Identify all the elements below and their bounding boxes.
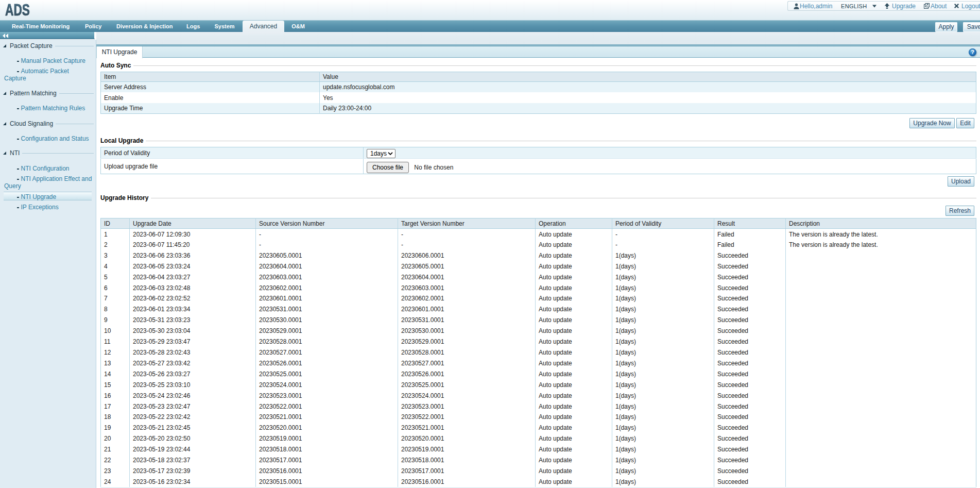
choose-file-button[interactable]: Choose file	[367, 162, 409, 173]
sidebar-item-label: Configuration and Status	[21, 135, 89, 142]
table-row: 42023-06-05 23:03:2420230604.00012023060…	[101, 261, 976, 272]
table-cell: 20230519.0001	[256, 433, 398, 444]
sidebar-item-nti-application-effect-and-query[interactable]: NTI Application Effect and Query	[0, 175, 94, 190]
nav-advanced[interactable]: Advanced	[243, 21, 284, 32]
table-cell	[786, 401, 976, 412]
table-cell	[786, 423, 976, 433]
table-row: 82023-06-01 23:03:3420230531.00012023060…	[101, 304, 976, 315]
table-cell: 20230517.0001	[398, 465, 536, 476]
auto-sync-row: Server Addressupdate.nsfocusglobal.com	[101, 82, 976, 93]
table-cell: Succeeded	[714, 272, 786, 282]
table-cell: 11	[101, 336, 130, 347]
upload-button[interactable]: Upload	[948, 176, 974, 187]
table-cell: 5	[101, 272, 130, 282]
table-row: 192023-05-21 23:02:4520230520.0001202305…	[101, 423, 976, 433]
table-cell: 20	[101, 433, 130, 444]
upgrade-now-button[interactable]: Upgrade Now	[909, 118, 955, 128]
upgrade-link[interactable]: Upgrade	[884, 2, 916, 10]
table-cell: Succeeded	[714, 390, 786, 401]
table-cell: 20230605.0001	[256, 250, 398, 261]
table-row: 182023-05-22 23:02:4220230521.0001202305…	[101, 412, 976, 423]
table-cell	[786, 476, 976, 487]
table-cell: Auto update	[536, 368, 612, 379]
sidebar-group-label: Packet Capture	[10, 42, 53, 49]
table-cell: Auto update	[536, 336, 612, 347]
sidebar-group-nti[interactable]: NTI	[0, 149, 96, 157]
table-cell: 2023-05-19 23:02:44	[130, 444, 256, 455]
table-row: 162023-05-24 23:02:4620230523.0001202305…	[101, 390, 976, 401]
upgrade-icon	[884, 3, 890, 9]
table-cell: 2023-05-25 23:03:10	[130, 379, 256, 390]
table-cell: 2023-05-23 23:02:47	[130, 401, 256, 412]
table-cell: 2023-06-06 23:03:36	[130, 250, 256, 261]
sidebar-item-automatic-packet-capture[interactable]: Automatic Packet Capture	[0, 68, 91, 82]
table-cell: Succeeded	[714, 282, 786, 293]
table-cell: 1(days)	[612, 304, 714, 315]
sidebar-group-pattern-matching[interactable]: Pattern Matching	[0, 90, 96, 97]
sidebar-collapse-bar[interactable]	[0, 32, 95, 39]
period-of-validity-select[interactable]: 1days	[367, 149, 396, 158]
nav-logs[interactable]: Logs	[186, 21, 200, 32]
save-button[interactable]: Save	[963, 22, 980, 32]
nav-om[interactable]: O&M	[291, 21, 305, 32]
table-cell: Succeeded	[714, 358, 786, 368]
table-cell: Auto update	[536, 433, 612, 444]
sidebar-item-pattern-matching-rules[interactable]: Pattern Matching Rules	[0, 105, 94, 112]
table-cell: Succeeded	[714, 368, 786, 379]
auto-sync-row: Upgrade TimeDaily 23:00-24:00	[101, 103, 976, 114]
main-nav: Real-Time Monitoring Policy Diversion & …	[0, 20, 980, 32]
table-cell: Auto update	[536, 423, 612, 433]
apply-button[interactable]: Apply	[935, 22, 957, 32]
help-icon[interactable]: ?	[969, 48, 976, 56]
table-cell: 1(days)	[612, 379, 714, 390]
sidebar-item-nti-upgrade[interactable]: NTI Upgrade	[0, 193, 94, 200]
nav-real-time-monitoring[interactable]: Real-Time Monitoring	[11, 21, 70, 32]
table-cell: 20230525.0001	[256, 368, 398, 379]
table-cell: Succeeded	[714, 412, 786, 423]
language-select[interactable]: ENGLISH	[841, 2, 878, 10]
table-cell: 4	[101, 261, 130, 272]
nav-diversion-injection[interactable]: Diversion & Injection	[116, 21, 173, 32]
sidebar-item-nti-configuration[interactable]: NTI Configuration	[0, 165, 94, 172]
table-cell: 13	[101, 358, 130, 368]
collapse-sidebar-icon[interactable]	[3, 33, 9, 38]
table-cell: 20230522.0001	[256, 401, 398, 412]
sidebar-item-manual-packet-capture[interactable]: Manual Packet Capture	[0, 57, 94, 64]
edit-button[interactable]: Edit	[956, 118, 974, 128]
dash-bullet-icon	[17, 169, 19, 170]
table-row: 242023-05-16 23:02:3420230515.0001202305…	[101, 476, 976, 487]
table-cell: 1(days)	[612, 476, 714, 487]
item-cell: Server Address	[101, 82, 320, 93]
nav-system[interactable]: System	[214, 21, 235, 32]
tab-nti-upgrade[interactable]: NTI Upgrade	[96, 46, 143, 58]
table-row: 152023-05-25 23:03:1020230524.0001202305…	[101, 379, 976, 390]
table-cell: 20230604.0001	[256, 261, 398, 272]
table-cell: 22	[101, 455, 130, 466]
table-cell: 20230521.0001	[398, 423, 536, 433]
logout-link[interactable]: Logout	[954, 2, 980, 10]
sidebar-item-ip-exceptions[interactable]: IP Exceptions	[0, 204, 94, 211]
about-link[interactable]: About	[924, 2, 947, 10]
upgrade-history-table: IDUpgrade DateSource Version NumberTarge…	[100, 218, 976, 487]
table-cell: 20230531.0001	[256, 304, 398, 315]
expanded-triangle-icon	[3, 122, 6, 125]
sidebar-item-configuration-and-status[interactable]: Configuration and Status	[0, 135, 94, 142]
table-cell: Auto update	[536, 401, 612, 412]
sidebar-group-packet-capture[interactable]: Packet Capture	[0, 42, 96, 49]
nav-policy[interactable]: Policy	[85, 21, 101, 32]
table-cell: 2023-05-27 23:03:42	[130, 358, 256, 368]
table-cell: 20230522.0001	[398, 412, 536, 423]
table-row: 202023-05-20 23:02:5020230519.0001202305…	[101, 433, 976, 444]
table-cell: 1(days)	[612, 336, 714, 347]
refresh-button[interactable]: Refresh	[945, 206, 974, 216]
table-cell: 8	[101, 304, 130, 315]
table-cell	[786, 326, 976, 336]
table-cell: 20230605.0001	[398, 261, 536, 272]
sidebar-group-cloud-signaling[interactable]: Cloud Signaling	[0, 120, 96, 127]
table-row: 52023-06-04 23:03:2720230603.00012023060…	[101, 272, 976, 282]
table-cell: 2023-05-31 23:03:23	[130, 315, 256, 326]
table-row: 72023-06-02 23:02:5220230601.00012023060…	[101, 293, 976, 304]
auto-sync-row: EnableYes	[101, 92, 976, 103]
table-cell	[786, 282, 976, 293]
app-logo: ADS	[5, 2, 30, 18]
